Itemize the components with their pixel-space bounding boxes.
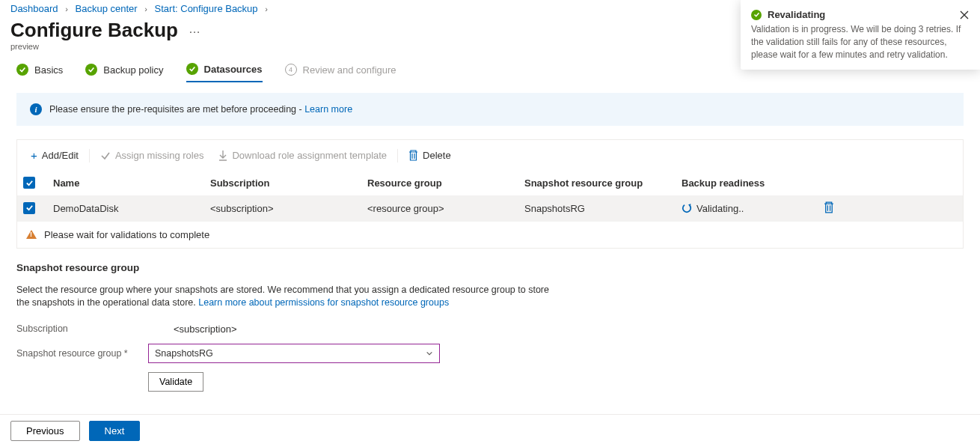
step-label: Basics xyxy=(34,64,63,76)
download-icon xyxy=(218,150,227,161)
button-label: Download role assignment template xyxy=(232,150,387,161)
button-label: Delete xyxy=(423,150,451,161)
select-value: SnapshotsRG xyxy=(155,348,213,359)
step-datasources[interactable]: Datasources xyxy=(186,63,263,82)
download-template-button: Download role assignment template xyxy=(214,148,391,162)
section-heading: Snapshot resource group xyxy=(16,262,964,273)
trash-icon xyxy=(408,150,418,161)
warning-icon xyxy=(26,230,37,239)
cell-resource-group: <resource group> xyxy=(367,203,524,214)
table-row[interactable]: DemoDataDisk <subscription> <resource gr… xyxy=(17,195,963,222)
subscription-value: <subscription> xyxy=(174,323,237,335)
toast-title: Revalidating xyxy=(768,9,953,20)
breadcrumb-link[interactable]: Start: Configure Backup xyxy=(155,3,258,14)
breadcrumb-link[interactable]: Backup center xyxy=(76,3,138,14)
snapshot-rg-select[interactable]: SnapshotsRG xyxy=(148,344,440,363)
col-resource-group: Resource group xyxy=(367,177,524,189)
col-name: Name xyxy=(53,177,210,189)
check-icon xyxy=(85,64,97,76)
step-review: 4 Review and configure xyxy=(285,63,396,82)
step-number: 4 xyxy=(285,64,297,76)
datasources-card: + Add/Edit Assign missing roles Download… xyxy=(16,139,964,249)
step-basics[interactable]: Basics xyxy=(16,63,63,82)
more-icon[interactable]: … xyxy=(189,23,200,38)
info-icon: i xyxy=(30,103,42,115)
cell-readiness: Validating.. xyxy=(682,203,824,214)
trash-icon[interactable] xyxy=(824,201,834,213)
checkbox-row[interactable] xyxy=(23,202,35,214)
close-icon[interactable] xyxy=(959,10,970,20)
step-label: Datasources xyxy=(204,64,263,75)
col-readiness: Backup readiness xyxy=(682,177,824,189)
add-edit-button[interactable]: + Add/Edit xyxy=(26,148,83,163)
table-header: Name Subscription Resource group Snapsho… xyxy=(17,171,963,195)
toast-notification: Revalidating Validation is in progress. … xyxy=(741,0,980,70)
snapshot-rg-label: Snapshot resource group * xyxy=(16,348,148,359)
previous-button[interactable]: Previous xyxy=(10,421,80,441)
cell-name: DemoDataDisk xyxy=(53,203,210,214)
success-icon xyxy=(751,10,762,20)
refresh-icon xyxy=(682,203,692,213)
step-label: Review and configure xyxy=(303,64,396,76)
learn-more-link[interactable]: Learn more xyxy=(304,104,352,115)
warning-text: Please wait for validations to complete xyxy=(44,229,209,240)
breadcrumb-link[interactable]: Dashboard xyxy=(10,3,58,14)
assign-roles-button: Assign missing roles xyxy=(96,148,209,162)
col-snapshot-rg: Snapshot resource group xyxy=(524,177,682,189)
col-subscription: Subscription xyxy=(210,177,367,189)
next-button[interactable]: Next xyxy=(89,421,141,441)
readiness-text: Validating.. xyxy=(696,203,744,214)
chevron-right-icon: › xyxy=(265,4,268,13)
cell-subscription: <subscription> xyxy=(210,203,367,214)
checkbox-all[interactable] xyxy=(23,177,35,189)
divider xyxy=(397,149,398,162)
learn-more-link[interactable]: Learn more about permissions for snapsho… xyxy=(198,297,449,308)
page-title: Configure Backup xyxy=(10,19,178,42)
cell-snapshot-rg: SnapshotsRG xyxy=(524,203,682,214)
validate-button[interactable]: Validate xyxy=(148,372,203,392)
subscription-label: Subscription xyxy=(16,323,174,334)
toast-body: Validation is in progress. We will be do… xyxy=(751,23,970,61)
info-banner: i Please ensure the pre-requisites are m… xyxy=(16,93,964,126)
plus-icon: + xyxy=(31,149,37,162)
info-text: Please ensure the pre-requisites are met… xyxy=(49,104,304,115)
chevron-down-icon xyxy=(426,350,433,357)
wizard-footer: Previous Next xyxy=(0,414,980,447)
divider xyxy=(89,149,90,162)
button-label: Assign missing roles xyxy=(115,150,204,161)
step-label: Backup policy xyxy=(103,64,163,76)
toolbar: + Add/Edit Assign missing roles Download… xyxy=(17,140,963,171)
check-icon xyxy=(100,150,111,161)
check-icon xyxy=(16,64,28,76)
check-icon xyxy=(186,63,198,75)
snapshot-rg-section: Snapshot resource group Select the resou… xyxy=(0,249,980,392)
chevron-right-icon: › xyxy=(65,4,68,13)
button-label: Add/Edit xyxy=(42,150,79,161)
chevron-right-icon: › xyxy=(144,4,147,13)
delete-button[interactable]: Delete xyxy=(404,148,456,162)
validation-warning-row: Please wait for validations to complete xyxy=(17,222,963,248)
step-backup-policy[interactable]: Backup policy xyxy=(85,63,163,82)
